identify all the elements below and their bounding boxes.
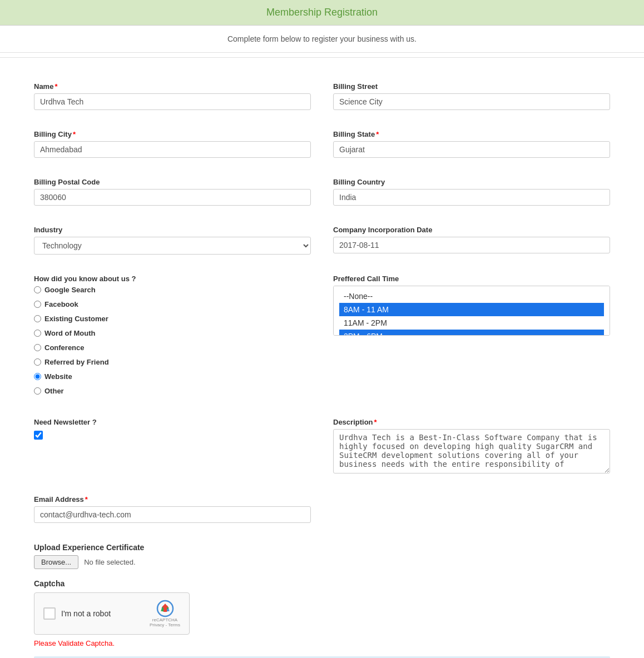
name-input[interactable]	[34, 93, 311, 110]
country-group: Billing Country	[333, 178, 610, 206]
postal-input[interactable]	[34, 189, 311, 206]
calltime-option-11am[interactable]: 11AM - 2PM	[339, 316, 604, 330]
recaptcha-brand: reCAPTCHA	[152, 617, 177, 622]
upload-row: Browse... No file selected.	[34, 555, 610, 569]
newsletter-group: Need Newsletter ?	[34, 418, 311, 440]
captcha-left: I'm not a robot	[43, 607, 111, 620]
name-group: Name*	[34, 82, 311, 110]
incorporation-date-label: Company Incorporation Date	[333, 226, 610, 234]
radio-google[interactable]: Google Search	[34, 286, 311, 294]
radio-word-input[interactable]	[34, 330, 41, 337]
billing-street-label: Billing Street	[333, 82, 610, 91]
postal-label: Billing Postal Code	[34, 178, 311, 186]
billing-street-group: Billing Street	[333, 82, 610, 110]
row-name-street: Name* Billing Street	[34, 82, 610, 120]
row-newsletter-desc: Need Newsletter ? Description* Urdhva Te…	[34, 418, 610, 485]
billing-street-input[interactable]	[333, 93, 610, 110]
country-input[interactable]	[333, 189, 610, 206]
captcha-checkbox[interactable]	[43, 607, 56, 620]
row-howdid-calltime: How did you know about us ? Google Searc…	[34, 275, 610, 408]
radio-google-input[interactable]	[34, 286, 41, 293]
row-email: Email Address*	[34, 495, 610, 533]
page-subtitle: Complete form below to register your bus…	[0, 26, 644, 53]
newsletter-checkbox[interactable]	[34, 431, 43, 440]
howdid-label: How did you know about us ?	[34, 275, 311, 283]
calltime-label: Preffered Call Time	[333, 275, 610, 283]
col-name: Name*	[34, 82, 311, 120]
billing-state-input[interactable]	[333, 141, 610, 158]
col-country: Billing Country	[333, 178, 610, 216]
description-label: Description*	[333, 418, 610, 426]
upload-section: Upload Experience Certificate Browse... …	[34, 543, 610, 569]
captcha-logo: reCAPTCHA Privacy - Terms	[150, 600, 180, 627]
browse-button[interactable]: Browse...	[34, 555, 78, 569]
radio-group: Google Search Facebook Existing Customer…	[34, 286, 311, 398]
billing-city-input[interactable]	[34, 141, 311, 158]
row-postal-country: Billing Postal Code Billing Country	[34, 178, 610, 216]
description-textarea[interactable]: Urdhva Tech is a Best-In-Class Software …	[333, 429, 610, 473]
col-billing-state: Billing State*	[333, 130, 610, 168]
captcha-text: I'm not a robot	[61, 609, 111, 618]
captcha-label: Captcha	[34, 579, 610, 588]
page-header: Membership Registration	[0, 0, 644, 26]
captcha-box[interactable]: I'm not a robot reCAPTCHA Privacy - Term…	[34, 592, 190, 635]
radio-other-input[interactable]	[34, 387, 41, 395]
postal-group: Billing Postal Code	[34, 178, 311, 206]
incorporation-date-input[interactable]	[333, 237, 610, 253]
recaptcha-icon	[156, 600, 174, 617]
col-billing-city: Billing City*	[34, 130, 311, 168]
calltime-group: Preffered Call Time --None-- 8AM - 11 AM…	[333, 275, 610, 336]
upload-label: Upload Experience Certificate	[34, 543, 610, 552]
col-billing-street: Billing Street	[333, 82, 610, 120]
industry-label: Industry	[34, 226, 311, 234]
billing-city-label: Billing City*	[34, 130, 311, 138]
calltime-option-2pm[interactable]: 2PM - 6PM	[339, 330, 604, 336]
calltime-option-8am[interactable]: 8AM - 11 AM	[339, 303, 604, 316]
col-email-spacer	[333, 495, 610, 533]
radio-existing-input[interactable]	[34, 315, 41, 322]
col-incorporation-date: Company Incorporation Date	[333, 226, 610, 265]
row-city-state: Billing City* Billing State*	[34, 130, 610, 168]
captcha-section: Captcha I'm not a robot reCAPTCHA Privac…	[34, 579, 610, 647]
captcha-links: Privacy - Terms	[150, 622, 180, 627]
col-newsletter: Need Newsletter ?	[34, 418, 311, 485]
industry-group: Industry Technology Healthcare Finance E…	[34, 226, 311, 255]
description-group: Description* Urdhva Tech is a Best-In-Cl…	[333, 418, 610, 475]
col-industry: Industry Technology Healthcare Finance E…	[34, 226, 311, 265]
no-file-text: No file selected.	[84, 558, 136, 566]
captcha-error: Please Validate Captcha.	[34, 639, 610, 647]
calltime-option-none[interactable]: --None--	[339, 290, 604, 303]
billing-city-group: Billing City*	[34, 130, 311, 158]
name-label: Name*	[34, 82, 311, 91]
col-calltime: Preffered Call Time --None-- 8AM - 11 AM…	[333, 275, 610, 408]
email-input[interactable]	[34, 506, 311, 523]
col-postal: Billing Postal Code	[34, 178, 311, 216]
radio-word[interactable]: Word of Mouth	[34, 329, 311, 337]
col-email: Email Address*	[34, 495, 311, 533]
radio-website[interactable]: Website	[34, 372, 311, 381]
howdid-group: How did you know about us ? Google Searc…	[34, 275, 311, 398]
billing-state-label: Billing State*	[333, 130, 610, 138]
calltime-listbox[interactable]: --None-- 8AM - 11 AM 11AM - 2PM 2PM - 6P…	[333, 286, 610, 336]
col-description: Description* Urdhva Tech is a Best-In-Cl…	[333, 418, 610, 485]
col-howdid: How did you know about us ? Google Searc…	[34, 275, 311, 408]
newsletter-checkbox-wrapper	[34, 431, 311, 440]
form-container: Name* Billing Street Billing City*	[16, 69, 628, 658]
incorporation-date-group: Company Incorporation Date	[333, 226, 610, 253]
radio-facebook[interactable]: Facebook	[34, 300, 311, 308]
industry-select[interactable]: Technology Healthcare Finance Education …	[34, 237, 311, 255]
row-industry-date: Industry Technology Healthcare Finance E…	[34, 226, 610, 265]
radio-website-input[interactable]	[34, 373, 41, 380]
email-label: Email Address*	[34, 495, 311, 504]
radio-conference-input[interactable]	[34, 344, 41, 351]
country-label: Billing Country	[333, 178, 610, 186]
radio-facebook-input[interactable]	[34, 301, 41, 308]
radio-referred-input[interactable]	[34, 358, 41, 366]
radio-conference[interactable]: Conference	[34, 343, 311, 352]
newsletter-label: Need Newsletter ?	[34, 418, 311, 426]
radio-other[interactable]: Other	[34, 387, 311, 395]
radio-referred[interactable]: Referred by Friend	[34, 358, 311, 366]
divider	[0, 57, 644, 58]
billing-state-group: Billing State*	[333, 130, 610, 158]
radio-existing[interactable]: Existing Customer	[34, 315, 311, 323]
